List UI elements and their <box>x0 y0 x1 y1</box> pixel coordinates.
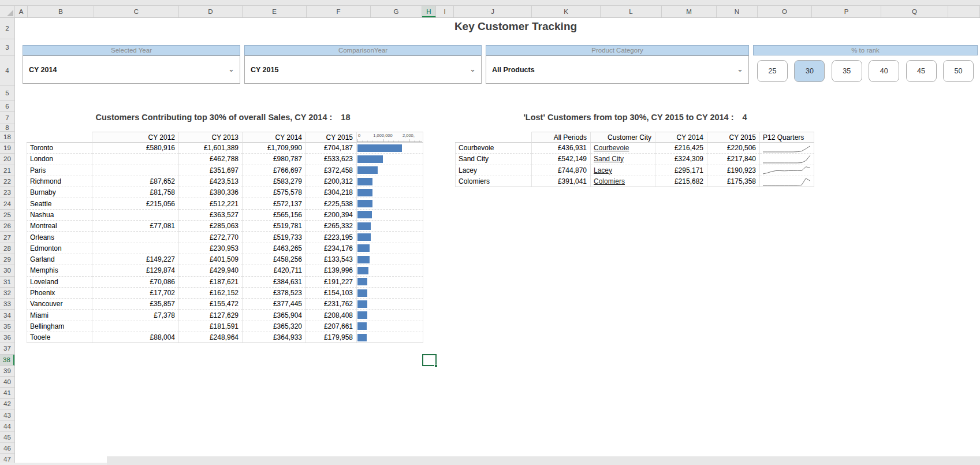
cell-cy2014[interactable]: £364,933 <box>243 332 306 343</box>
cell-cy2013[interactable]: £230,953 <box>179 243 243 254</box>
row-header-25[interactable]: 25 <box>0 210 14 221</box>
table-row-city[interactable]: Courbevoie <box>455 143 532 154</box>
customer-city-link[interactable]: Courbevoie <box>594 144 629 152</box>
row-header-29[interactable]: 29 <box>0 254 14 265</box>
cell-cy2015[interactable]: £200,394 <box>306 210 357 221</box>
row-header-46[interactable]: 46 <box>0 443 14 454</box>
row-header-4[interactable]: 4 <box>0 56 14 85</box>
product-category-dropdown[interactable]: All Products ⌄ <box>486 55 749 84</box>
cell-cy2013[interactable]: £181,591 <box>179 321 243 332</box>
selected-year-dropdown[interactable]: CY 2014 ⌄ <box>23 55 240 84</box>
cell-cy2012[interactable]: £7,378 <box>92 310 179 321</box>
table-row-city[interactable]: Loveland <box>27 277 92 288</box>
table-row-city[interactable]: Burnaby <box>27 187 92 198</box>
column-header-B[interactable]: B <box>28 6 94 17</box>
row-header-22[interactable]: 22 <box>0 176 14 187</box>
row-header-31[interactable]: 31 <box>0 277 14 288</box>
cell-cy2014[interactable]: £565,156 <box>243 210 306 221</box>
cell-cy2013[interactable]: £462,788 <box>179 154 243 165</box>
row-header-34[interactable]: 34 <box>0 310 14 321</box>
row-header-2[interactable]: 2 <box>0 18 14 39</box>
cell-cy2013[interactable]: £127,629 <box>179 310 243 321</box>
cell-cy2012[interactable]: £17,702 <box>92 288 179 299</box>
cell-cy2015[interactable]: £154,103 <box>306 288 357 299</box>
cell-cy2013[interactable]: £285,063 <box>179 221 243 232</box>
cell-cy2015[interactable]: £200,312 <box>306 176 357 187</box>
pct-rank-button-30[interactable]: 30 <box>794 60 825 82</box>
table-row-city[interactable]: Paris <box>27 165 92 176</box>
cell-cy2015[interactable]: £220,506 <box>707 143 760 154</box>
row-header-36[interactable]: 36 <box>0 332 14 343</box>
customer-city-link[interactable]: Lacey <box>594 166 612 174</box>
table-row-city[interactable]: Bellingham <box>27 321 92 332</box>
selected-cell-H38[interactable] <box>422 354 437 366</box>
cell-cy2014[interactable]: £519,781 <box>243 221 306 232</box>
cell-cy2015[interactable]: £533,623 <box>306 154 357 165</box>
cell-cy2015[interactable]: £191,227 <box>306 277 357 288</box>
cell-cy2012[interactable] <box>92 232 179 243</box>
row-header-40[interactable]: 40 <box>0 377 14 388</box>
cell-all-periods[interactable]: £744,870 <box>532 165 591 176</box>
row-header-18[interactable]: 18 <box>0 132 14 143</box>
row-header-44[interactable]: 44 <box>0 421 14 432</box>
cell-cy2012[interactable]: £35,857 <box>92 299 179 310</box>
cell-cy2012[interactable]: £70,086 <box>92 277 179 288</box>
cell-cy2014[interactable]: £377,445 <box>243 299 306 310</box>
row-header-7[interactable]: 7 <box>0 112 14 124</box>
table-row-city[interactable]: Colomiers <box>455 176 532 187</box>
cell-cy2012[interactable]: £580,916 <box>92 143 179 154</box>
cell-cy2013[interactable]: £401,509 <box>179 254 243 265</box>
cell-cy2014[interactable]: £572,137 <box>243 198 306 209</box>
row-header-26[interactable]: 26 <box>0 221 14 232</box>
cell-cy2013[interactable]: £248,964 <box>179 332 243 343</box>
pct-rank-button-40[interactable]: 40 <box>869 60 899 82</box>
cell-cy2015[interactable]: £265,332 <box>306 221 357 232</box>
cell-cy2012[interactable]: £81,758 <box>92 187 179 198</box>
row-header-21[interactable]: 21 <box>0 165 14 176</box>
column-header-J[interactable]: J <box>454 6 532 17</box>
column-header-Q[interactable]: Q <box>881 6 948 17</box>
table-row-city[interactable]: Vancouver <box>27 299 92 310</box>
table-row-city[interactable]: Richmond <box>27 176 92 187</box>
cell-cy2014[interactable]: £365,904 <box>243 310 306 321</box>
column-header-A[interactable]: A <box>15 6 28 17</box>
column-header-H[interactable]: H <box>422 6 436 17</box>
column-header-P[interactable]: P <box>812 6 881 17</box>
column-header-O[interactable]: O <box>758 6 812 17</box>
column-header-F[interactable]: F <box>307 6 371 17</box>
table-row-city[interactable]: Memphis <box>27 265 92 276</box>
column-header-D[interactable]: D <box>179 6 243 17</box>
pct-rank-button-25[interactable]: 25 <box>757 60 788 82</box>
cell-cy2013[interactable]: £363,527 <box>179 210 243 221</box>
cell-cy2012[interactable]: £88,004 <box>92 332 179 343</box>
cell-cy2012[interactable] <box>92 243 179 254</box>
cell-cy2013[interactable]: £162,152 <box>179 288 243 299</box>
row-header-3[interactable]: 3 <box>0 39 14 56</box>
customer-city-link[interactable]: Sand City <box>594 155 624 163</box>
table-row-city[interactable]: Phoenix <box>27 288 92 299</box>
cell-cy2015[interactable]: £223,195 <box>306 232 357 243</box>
cell-cy2013[interactable]: £429,940 <box>179 265 243 276</box>
cell-cy2015[interactable]: £234,176 <box>306 243 357 254</box>
row-header-20[interactable]: 20 <box>0 154 14 165</box>
cell-cy2015[interactable]: £133,543 <box>306 254 357 265</box>
cell-cy2014[interactable]: £324,309 <box>655 154 707 165</box>
column-header-L[interactable]: L <box>601 6 662 17</box>
pct-rank-button-50[interactable]: 50 <box>943 60 974 82</box>
cell-cy2013[interactable]: £512,221 <box>179 198 243 209</box>
table-row-city[interactable]: Sand City <box>455 154 532 165</box>
cell-all-periods[interactable]: £436,931 <box>532 143 591 154</box>
row-header-32[interactable]: 32 <box>0 288 14 299</box>
cell-cy2012[interactable]: £77,081 <box>92 221 179 232</box>
cell-cy2014[interactable]: £215,682 <box>655 176 707 187</box>
row-header-42[interactable]: 42 <box>0 399 14 410</box>
table-row-city[interactable]: Miami <box>27 310 92 321</box>
customer-city-link[interactable]: Colomiers <box>594 177 625 185</box>
table-row-city[interactable]: Orleans <box>27 232 92 243</box>
cell-cy2012[interactable]: £149,227 <box>92 254 179 265</box>
cell-cy2012[interactable] <box>92 321 179 332</box>
cell-cy2012[interactable] <box>92 210 179 221</box>
row-header-43[interactable]: 43 <box>0 410 14 421</box>
column-header-N[interactable]: N <box>717 6 758 17</box>
table-row-city[interactable]: Seattle <box>27 198 92 209</box>
